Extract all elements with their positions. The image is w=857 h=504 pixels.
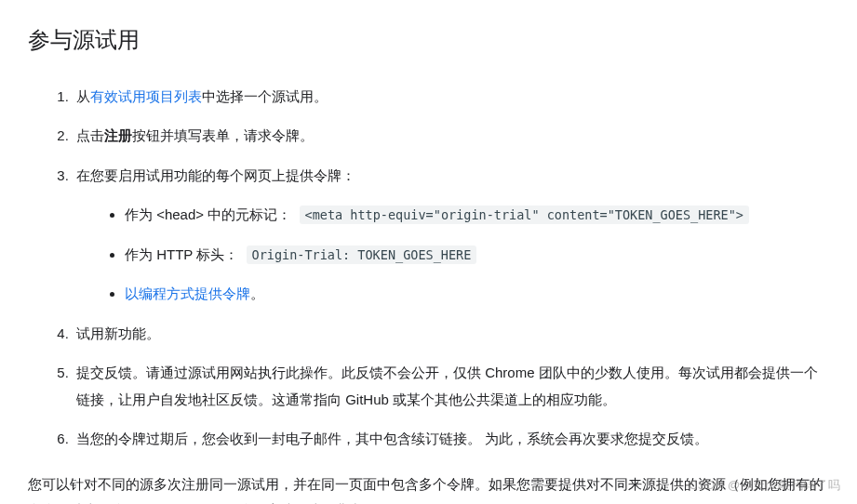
step-1: 从有效试用项目列表中选择一个源试用。 [73, 84, 829, 111]
register-bold: 注册 [104, 127, 132, 143]
meta-code: <meta http-equiv="origin-trial" content=… [300, 206, 749, 224]
text: 从 [76, 88, 90, 104]
text: 作为 HTTP 标头： [125, 246, 238, 262]
step-5: 提交反馈。请通过源试用网站执行此操作。此反馈不会公开，仅供 Chrome 团队中… [73, 360, 829, 413]
step-6: 当您的令牌过期后，您会收到一封电子邮件，其中包含续订链接。 为此，系统会再次要求… [73, 426, 829, 453]
programmatic-link[interactable]: 以编程方式提供令牌 [125, 285, 250, 301]
step-4: 试用新功能。 [73, 321, 829, 348]
step-3: 在您要启用试用功能的每个网页上提供令牌： 作为 <head> 中的元标记： <m… [73, 163, 829, 308]
text: 点击 [76, 127, 104, 143]
valid-trials-link[interactable]: 有效试用项目列表 [90, 88, 202, 104]
page-heading: 参与源试用 [28, 19, 829, 61]
text: 中选择一个源试用。 [202, 88, 328, 104]
text: 。 [250, 285, 264, 301]
sub-list: 作为 <head> 中的元标记： <meta http-equiv="origi… [76, 202, 829, 308]
steps-list: 从有效试用项目列表中选择一个源试用。 点击注册按钮并填写表单，请求令牌。 在您要… [28, 84, 829, 453]
sub-item-meta: 作为 <head> 中的元标记： <meta http-equiv="origi… [125, 202, 829, 229]
text: 按钮并填写表单，请求令牌。 [132, 127, 314, 143]
sub-item-header: 作为 HTTP 标头： Origin-Trial: TOKEN_GOES_HER… [125, 242, 829, 269]
sub-item-programmatic: 以编程方式提供令牌。 [125, 281, 829, 308]
text: 作为 <head> 中的元标记： [125, 206, 291, 222]
step-2: 点击注册按钮并填写表单，请求令牌。 [73, 123, 829, 150]
text: 在您要启用试用功能的每个网页上提供令牌： [76, 167, 355, 183]
paragraph-multi-register: 您可以针对不同的源多次注册同一源试用，并在同一页面中包含多个令牌。如果您需要提供… [28, 471, 829, 504]
header-code: Origin-Trial: TOKEN_GOES_HERE [247, 245, 477, 264]
